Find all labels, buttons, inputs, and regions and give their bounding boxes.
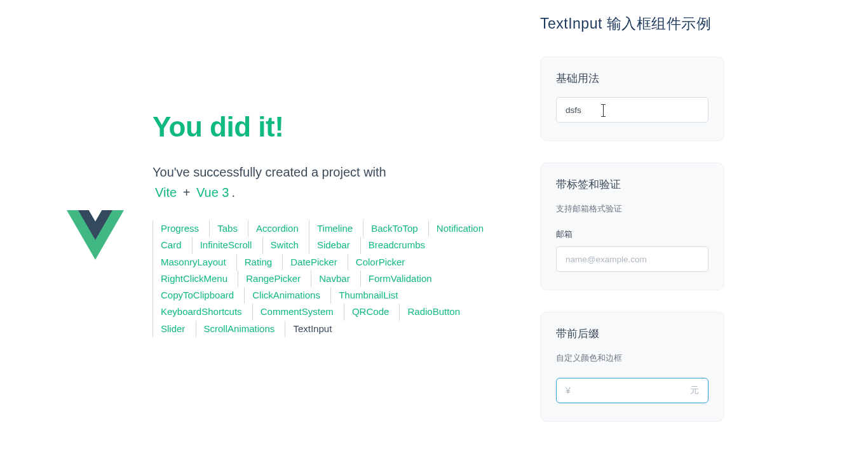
card-title: 带前后缀 <box>556 326 709 341</box>
nav-item-copytoclipboard[interactable]: CopyToClipboard <box>153 287 241 304</box>
nav-item-navbar[interactable]: Navbar <box>311 271 357 287</box>
nav-item-slider[interactable]: Slider <box>153 321 193 337</box>
nav-item-sidebar[interactable]: Sidebar <box>309 237 358 253</box>
currency-prefix: ¥ <box>566 385 571 396</box>
nav-item-thumbnaillist[interactable]: ThumbnailList <box>330 287 405 304</box>
card-title: 基础用法 <box>556 71 709 86</box>
email-label: 邮箱 <box>556 229 709 240</box>
nav-item-clickanimations[interactable]: ClickAnimations <box>244 287 328 304</box>
nav-item-textinput[interactable]: TextInput <box>285 321 339 337</box>
label-validation-card: 带标签和验证 支持邮箱格式验证 邮箱 <box>540 163 724 290</box>
nav-item-keyboardshortcuts[interactable]: KeyboardShortcuts <box>153 304 250 320</box>
currency-suffix: 元 <box>690 385 699 396</box>
nav-item-qrcode[interactable]: QRCode <box>344 304 397 320</box>
nav-item-formvalidation[interactable]: FormValidation <box>360 271 440 287</box>
email-field[interactable] <box>566 255 699 264</box>
nav-item-switch[interactable]: Switch <box>262 237 306 253</box>
prefix-suffix-card: 带前后缀 自定义颜色和边框 ¥ 元 <box>540 312 724 422</box>
subtitle: You've successfully created a project wi… <box>153 162 496 203</box>
vite-link[interactable]: Vite <box>155 185 177 199</box>
basic-input-wrapper[interactable]: dsfs <box>556 97 709 123</box>
currency-input-wrapper[interactable]: ¥ 元 <box>556 378 709 403</box>
nav-item-notification[interactable]: Notification <box>428 220 491 237</box>
text-cursor-icon <box>603 105 604 116</box>
nav-item-accordion[interactable]: Accordion <box>248 220 306 237</box>
nav-item-commentsystem[interactable]: CommentSystem <box>252 304 341 320</box>
nav-item-breadcrumbs[interactable]: Breadcrumbs <box>360 237 433 253</box>
card-subtitle: 支持邮箱格式验证 <box>556 203 709 215</box>
nav-item-scrollanimations[interactable]: ScrollAnimations <box>196 321 283 337</box>
period: . <box>231 185 235 199</box>
nav-item-timeline[interactable]: Timeline <box>309 220 360 237</box>
card-title: 带标签和验证 <box>556 177 709 192</box>
card-subtitle: 自定义颜色和边框 <box>556 352 709 364</box>
nav-item-masonrylayout[interactable]: MasonryLayout <box>153 254 234 271</box>
nav-item-rangepicker[interactable]: RangePicker <box>238 271 308 287</box>
nav-item-datepicker[interactable]: DatePicker <box>282 254 344 271</box>
nav-item-tabs[interactable]: Tabs <box>209 220 245 237</box>
nav-item-colorpicker[interactable]: ColorPicker <box>348 254 413 271</box>
nav-links: Progress Tabs Accordion Timeline BackToT… <box>153 220 496 337</box>
nav-item-infinitescroll[interactable]: InfiniteScroll <box>192 237 260 253</box>
nav-item-progress[interactable]: Progress <box>153 220 207 237</box>
nav-item-card[interactable]: Card <box>153 237 189 253</box>
component-demo-title: TextInput 输入框组件示例 <box>540 14 830 34</box>
page-title: You did it! <box>153 111 496 143</box>
vue-logo <box>51 111 140 264</box>
nav-item-rating[interactable]: Rating <box>236 254 280 271</box>
vue-link[interactable]: Vue 3 <box>196 185 229 199</box>
currency-field[interactable] <box>576 386 685 396</box>
email-input-wrapper[interactable] <box>556 246 709 272</box>
plus-sign: + <box>183 185 191 199</box>
nav-item-rightclickmenu[interactable]: RightClickMenu <box>153 271 235 287</box>
subtitle-text: You've successfully created a project wi… <box>153 165 386 179</box>
basic-usage-card: 基础用法 dsfs <box>540 57 724 141</box>
basic-input-value: dsfs <box>566 105 581 115</box>
nav-item-radiobutton[interactable]: RadioButton <box>399 304 468 320</box>
nav-item-backtotop[interactable]: BackToTop <box>363 220 425 237</box>
